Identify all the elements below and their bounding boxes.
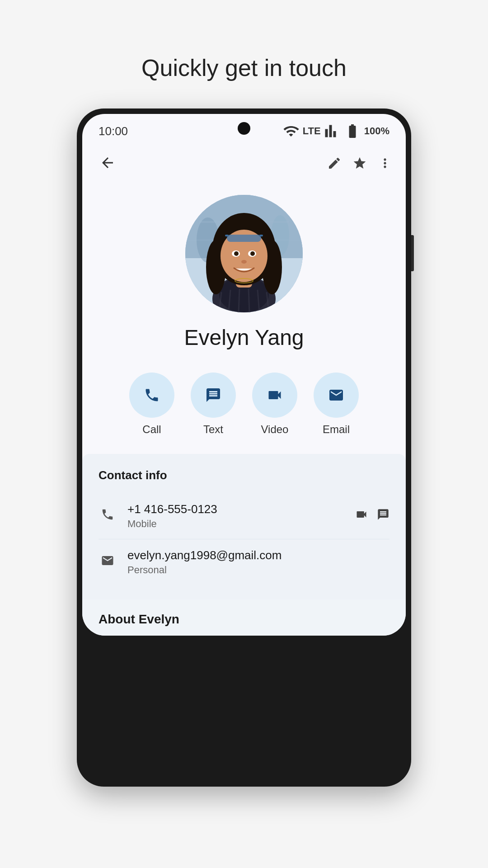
email-icon: [328, 387, 344, 403]
svg-line-25: [239, 289, 239, 312]
status-icons: LTE 100%: [283, 123, 389, 139]
call-button-circle: [129, 373, 174, 418]
side-button: [411, 235, 414, 271]
edit-button[interactable]: [327, 156, 342, 174]
camera-dot: [238, 122, 250, 135]
status-bar: 10:00 LTE 100%: [82, 114, 406, 144]
phone-text-button[interactable]: [377, 508, 389, 524]
status-time: 10:00: [99, 124, 128, 138]
text-label: Text: [203, 423, 223, 436]
signal-icon: [324, 123, 341, 139]
email-button[interactable]: Email: [314, 373, 359, 436]
battery-percent: 100%: [364, 125, 389, 137]
wifi-icon: [283, 123, 299, 139]
call-button[interactable]: Call: [129, 373, 174, 436]
message-icon: [205, 387, 221, 403]
phone-number: +1 416-555-0123: [127, 502, 355, 516]
app-bar-actions: [327, 156, 392, 174]
page-wrapper: Quickly get in touch 10:00 LTE: [0, 0, 488, 868]
email-button-circle: [314, 373, 359, 418]
text-button[interactable]: Text: [191, 373, 236, 436]
page-headline: Quickly get in touch: [141, 54, 347, 81]
email-item-text: evelyn.yang1998@gmail.com Personal: [127, 548, 389, 576]
call-label: Call: [142, 423, 161, 436]
text-button-circle: [191, 373, 236, 418]
contact-email-item[interactable]: evelyn.yang1998@gmail.com Personal: [99, 539, 389, 585]
more-button[interactable]: [378, 156, 392, 174]
video-label: Video: [261, 423, 289, 436]
video-icon: [267, 387, 283, 403]
email-type: Personal: [127, 564, 389, 576]
svg-point-21: [241, 260, 247, 264]
avatar-section: Evelyn Yang: [82, 186, 406, 363]
contact-name: Evelyn Yang: [184, 325, 304, 350]
star-button[interactable]: [352, 156, 367, 174]
battery-icon: [344, 123, 361, 139]
app-bar: [82, 144, 406, 186]
back-button[interactable]: [96, 151, 119, 179]
email-item-icon: [99, 554, 117, 571]
svg-rect-14: [227, 235, 261, 242]
about-title: About Evelyn: [99, 612, 389, 627]
phone-item-actions: [355, 508, 389, 524]
phone-video-button[interactable]: [355, 508, 368, 524]
email-label: Email: [323, 423, 350, 436]
phone-screen: 10:00 LTE 100%: [82, 114, 406, 636]
contact-info-section: Contact info +1 416-555-0123 Mobile: [82, 454, 406, 599]
avatar-image: [185, 195, 303, 312]
about-section: About Evelyn: [82, 599, 406, 636]
svg-line-26: [249, 289, 249, 312]
email-address: evelyn.yang1998@gmail.com: [127, 548, 389, 562]
avatar: [185, 195, 303, 312]
svg-rect-15: [225, 235, 229, 236]
svg-rect-16: [259, 235, 263, 236]
contact-info-title: Contact info: [99, 468, 389, 482]
phone-icon: [144, 387, 160, 403]
lte-label: LTE: [303, 125, 321, 137]
svg-point-20: [250, 251, 255, 256]
video-button[interactable]: Video: [252, 373, 297, 436]
phone-type: Mobile: [127, 518, 355, 530]
video-button-circle: [252, 373, 297, 418]
svg-point-19: [234, 251, 239, 256]
action-buttons: Call Text Video: [82, 363, 406, 454]
phone-frame: 10:00 LTE 100%: [77, 108, 411, 787]
phone-item-text: +1 416-555-0123 Mobile: [127, 502, 355, 530]
phone-item-icon: [99, 508, 117, 524]
contact-phone-item[interactable]: +1 416-555-0123 Mobile: [99, 493, 389, 539]
